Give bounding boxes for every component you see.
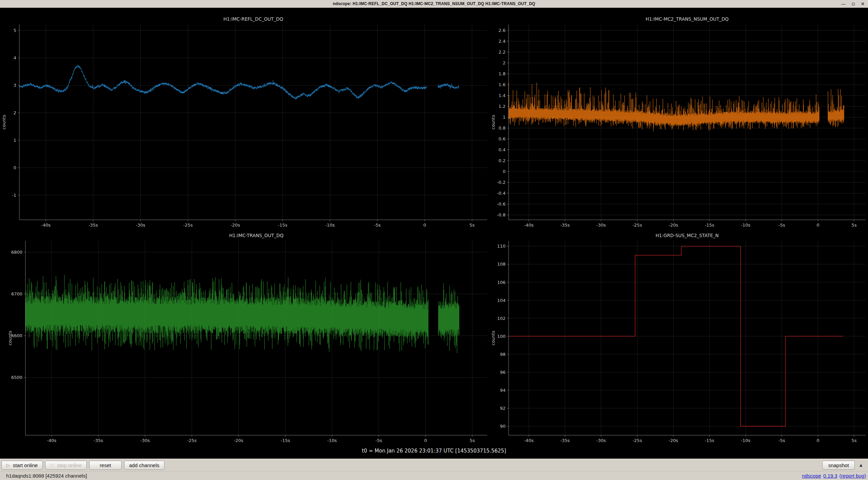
y-tick-label: 0.4: [498, 147, 506, 152]
snapshot-button[interactable]: snapshot: [822, 461, 855, 470]
y-tick-label: 0: [14, 165, 16, 170]
x-tick-label: -30s: [596, 223, 606, 228]
axes: [507, 241, 866, 437]
x-tick-label: -25s: [187, 438, 197, 443]
x-tick-label: 5s: [470, 223, 475, 228]
close-button[interactable]: ✕: [861, 2, 865, 6]
y-tick-label: -1: [12, 193, 16, 198]
y-tick-label: -0.6: [497, 201, 506, 207]
report-bug-link[interactable]: report bug: [841, 473, 864, 479]
x-tick-label: -5s: [375, 438, 382, 443]
x-tick-label: 0: [423, 223, 426, 228]
y-tick-label: 3: [14, 83, 16, 88]
y-tick-label: 100: [497, 334, 506, 339]
trace-H1:IMC-MC2_TRANS_NSUM_OUT_DQ: [828, 89, 844, 127]
y-tick-label: 92: [500, 406, 506, 411]
x-tick-label: -40s: [524, 223, 534, 228]
plot-title: H1:IMC-REFL_DC_OUT_DQ: [223, 16, 283, 22]
x-tick-label: -35s: [88, 223, 98, 228]
y-axis-label: counts: [491, 115, 496, 130]
maximize-button[interactable]: ◻: [852, 2, 855, 6]
plot-4[interactable]: -40s-35s-30s-25s-20s-15s-10s-5s05s909294…: [491, 233, 866, 443]
y-axis-label: counts: [1, 115, 6, 130]
x-tick-label: -35s: [560, 223, 570, 228]
x-tick-label: -30s: [136, 223, 145, 228]
y-tick-label: 5: [14, 28, 16, 33]
x-tick-label: -15s: [278, 223, 288, 228]
x-tick-label: -10s: [327, 438, 337, 443]
trace-H1:IMC-TRANS_OUT_DQ: [438, 283, 459, 353]
plot-1[interactable]: -40s-35s-30s-25s-20s-15s-10s-5s05s-10123…: [1, 16, 487, 228]
y-tick-label: 1.8: [498, 71, 506, 76]
y-tick-label: 6700: [11, 291, 22, 296]
y-tick-label: 108: [497, 262, 506, 267]
x-tick-label: 5s: [851, 438, 856, 443]
x-tick-label: -40s: [524, 438, 534, 443]
minimize-button[interactable]: —: [841, 2, 846, 6]
about-links: ndscope0.19.3(report bug): [802, 473, 866, 479]
snapshot-label: snapshot: [828, 462, 849, 468]
gridlines: [19, 24, 487, 220]
x-tick-label: 0: [424, 438, 427, 443]
y-tick-label: 2.4: [498, 39, 506, 44]
plot-grid-canvas[interactable]: -40s-35s-30s-25s-20s-15s-10s-5s05s-10123…: [0, 8, 868, 459]
y-axis-label: counts: [7, 331, 13, 346]
x-tick-label: -35s: [94, 438, 103, 443]
window-titlebar: ndscope: H1:IMC-REFL_DC_OUT_DQ H1:IMC-MC…: [0, 0, 868, 8]
start-online-button[interactable]: ▷ start online: [1, 461, 43, 470]
x-tick-label: 0: [816, 223, 819, 228]
y-tick-label: 102: [497, 316, 506, 321]
x-tick-label: -25s: [632, 438, 642, 443]
x-tick-label: -20s: [669, 438, 678, 443]
x-tick-label: -5s: [778, 223, 785, 228]
y-tick-label: 0.2: [498, 158, 506, 163]
ndscope-window: ndscope: H1:IMC-REFL_DC_OUT_DQ H1:IMC-MC…: [0, 0, 868, 480]
trace-H1:IMC-MC2_TRANS_NSUM_OUT_DQ: [509, 82, 819, 131]
y-tick-label: 90: [500, 424, 506, 429]
y-tick-label: 0: [503, 169, 506, 174]
plot-2[interactable]: -40s-35s-30s-25s-20s-15s-10s-5s05s-0.8-0…: [491, 16, 866, 228]
stop-online-button[interactable]: ◻ stop online: [45, 461, 86, 470]
x-tick-label: -10s: [325, 223, 335, 228]
y-tick-label: 94: [500, 388, 506, 393]
y-axis-label: counts: [491, 331, 496, 346]
y-tick-label: 1: [503, 115, 506, 120]
y-tick-label: 0.8: [498, 126, 506, 131]
gridlines: [509, 241, 866, 435]
x-tick-label: -15s: [280, 438, 290, 443]
x-tick-label: -15s: [705, 438, 714, 443]
y-tick-label: 2: [503, 60, 506, 65]
y-tick-label: 6800: [11, 250, 22, 255]
version-link[interactable]: 0.19.3: [823, 473, 837, 479]
x-tick-label: -30s: [596, 438, 606, 443]
y-tick-label: 96: [500, 370, 506, 375]
start-online-label: start online: [13, 462, 38, 468]
ndscope-link[interactable]: ndscope: [802, 473, 821, 479]
x-tick-label: -15s: [705, 223, 714, 228]
x-tick-label: -10s: [741, 438, 750, 443]
reset-button[interactable]: reset: [89, 461, 122, 470]
add-channels-button[interactable]: add channels: [124, 461, 164, 470]
plot-3[interactable]: -40s-35s-30s-25s-20s-15s-10s-5s05s650066…: [7, 233, 487, 443]
expand-panel-icon[interactable]: ▲: [859, 463, 863, 467]
y-tick-label: 6600: [11, 333, 22, 338]
x-tick-label: -10s: [741, 223, 750, 228]
x-tick-label: -5s: [778, 438, 785, 443]
x-tick-label: 5s: [851, 223, 856, 228]
play-icon: ▷: [6, 463, 10, 467]
y-tick-label: 0.6: [498, 136, 506, 141]
t0-label: t0 = Mon Jan 26 2026 23:01:37 UTC [14535…: [0, 448, 868, 454]
y-tick-label: 2.2: [498, 50, 506, 55]
x-tick-label: 5s: [470, 438, 475, 443]
y-tick-label: 2: [14, 110, 16, 115]
trace-H1:IMC-REFL_DC_OUT_DQ: [438, 83, 459, 89]
stop-online-label: stop online: [57, 462, 82, 468]
y-tick-label: 6500: [11, 375, 22, 380]
stop-icon: ◻: [50, 463, 54, 467]
y-tick-label: 104: [497, 298, 506, 303]
y-tick-label: 110: [497, 244, 506, 249]
paren-close: ): [864, 473, 866, 479]
toolbar: ▷ start online ◻ stop online reset add c…: [0, 459, 868, 471]
x-tick-label: -25s: [632, 223, 642, 228]
y-tick-label: 1.2: [498, 104, 506, 109]
